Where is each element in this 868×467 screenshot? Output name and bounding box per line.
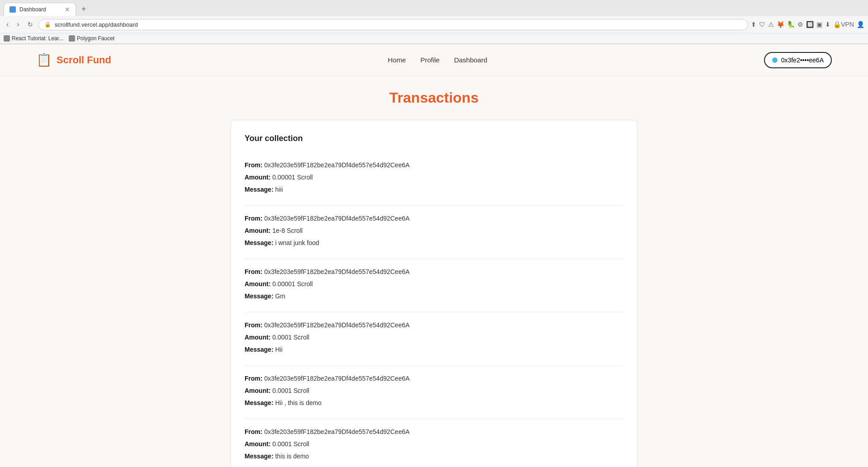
download-icon[interactable]: ⬇ xyxy=(825,21,830,28)
share-icon[interactable]: ⬆ xyxy=(751,21,756,28)
bookmarks-bar: React Tutorial: Lear... Polygon Faucet xyxy=(0,33,868,44)
collection-container: Your collection From: 0x3fe203e59fF182be… xyxy=(231,120,637,467)
tab-close-button[interactable]: ✕ xyxy=(65,6,70,13)
url-text: scrollfund.vercel.app/dashboard xyxy=(55,21,743,28)
collection-heading: Your collection xyxy=(245,134,623,143)
gear-icon[interactable]: ⚙ xyxy=(797,21,803,28)
tx-amount: Amount: 1e-8 Scroll xyxy=(245,226,623,236)
nav-links: Home Profile Dashboard xyxy=(388,56,487,64)
navbar: 📋 Scroll Fund Home Profile Dashboard 0x3… xyxy=(0,44,868,76)
tx-message: Message: hiii xyxy=(245,185,623,194)
back-button[interactable]: ‹ xyxy=(4,19,11,30)
nav-home[interactable]: Home xyxy=(388,56,406,64)
browser-chrome: Dashboard ✕ + ‹ › ↻ 🔒 scrollfund.vercel.… xyxy=(0,0,868,44)
bookmark-polygon-favicon xyxy=(69,35,75,42)
bookmark-polygon[interactable]: Polygon Faucet xyxy=(69,35,114,42)
new-tab-button[interactable]: + xyxy=(78,3,90,16)
address-bar[interactable]: 🔒 scrollfund.vercel.app/dashboard xyxy=(38,19,749,30)
bird-icon[interactable]: 🦜 xyxy=(787,21,795,28)
transaction-item: From: 0x3fe203e59fF182be2ea79Df4de557e54… xyxy=(245,206,623,259)
tx-amount: Amount: 0.00001 Scroll xyxy=(245,279,623,289)
tx-from: From: 0x3fe203e59fF182be2ea79Df4de557e54… xyxy=(245,267,623,277)
browser-toolbar: ‹ › ↻ 🔒 scrollfund.vercel.app/dashboard … xyxy=(0,16,868,33)
logo-text: Scroll Fund xyxy=(57,54,111,66)
tx-message: Message: Hii , this is demo xyxy=(245,398,623,408)
toolbar-icons: ⬆ 🛡 ⚠ 🦊 🦜 ⚙ 🔲 ▣ ⬇ 🔒VPN 👤 xyxy=(751,21,864,28)
active-tab[interactable]: Dashboard ✕ xyxy=(4,3,76,16)
transactions-list: From: 0x3fe203e59fF182be2ea79Df4de557e54… xyxy=(245,152,623,467)
ext-icon[interactable]: 🔲 xyxy=(806,21,814,28)
tx-message: Message: this is demo xyxy=(245,452,623,461)
logo-icon: 📋 xyxy=(36,52,52,67)
reload-button[interactable]: ↻ xyxy=(25,19,36,30)
transaction-item: From: 0x3fe203e59fF182be2ea79Df4de557e54… xyxy=(245,259,623,312)
transaction-item: From: 0x3fe203e59fF182be2ea79Df4de557e54… xyxy=(245,366,623,419)
tx-amount: Amount: 0.0001 Scroll xyxy=(245,386,623,396)
tx-amount: Amount: 0.00001 Scroll xyxy=(245,173,623,182)
nav-profile[interactable]: Profile xyxy=(420,56,440,64)
tx-amount: Amount: 0.0001 Scroll xyxy=(245,439,623,449)
tx-message: Message: Hii xyxy=(245,345,623,354)
tx-amount: Amount: 0.0001 Scroll xyxy=(245,333,623,342)
tab-bar: Dashboard ✕ + xyxy=(0,0,868,16)
tx-from: From: 0x3fe203e59fF182be2ea79Df4de557e54… xyxy=(245,321,623,330)
tx-message: Message: Gm xyxy=(245,292,623,301)
main-content: Transactions Your collection From: 0x3fe… xyxy=(0,76,868,467)
transaction-item: From: 0x3fe203e59fF182be2ea79Df4de557e54… xyxy=(245,419,623,467)
vpn-icon[interactable]: 🔒VPN xyxy=(833,21,854,28)
tx-message: Message: i wnat junk food xyxy=(245,238,623,248)
page-title: Transactions xyxy=(36,90,832,106)
transaction-item: From: 0x3fe203e59fF182be2ea79Df4de557e54… xyxy=(245,152,623,206)
wallet-address: 0x3fe2••••ee6A xyxy=(781,57,824,64)
shield-icon[interactable]: 🛡 xyxy=(759,21,765,28)
tab-title: Dashboard xyxy=(19,6,61,13)
warning-icon[interactable]: ⚠ xyxy=(768,21,774,28)
forward-button[interactable]: › xyxy=(14,19,22,30)
bookmark-polygon-label: Polygon Faucet xyxy=(77,35,114,42)
app: 📋 Scroll Fund Home Profile Dashboard 0x3… xyxy=(0,44,868,467)
bookmark-react[interactable]: React Tutorial: Lear... xyxy=(4,35,63,42)
lock-icon: 🔒 xyxy=(44,21,51,28)
tx-from: From: 0x3fe203e59fF182be2ea79Df4de557e54… xyxy=(245,427,623,437)
profile-icon[interactable]: 👤 xyxy=(857,21,864,28)
transaction-item: From: 0x3fe203e59fF182be2ea79Df4de557e54… xyxy=(245,312,623,366)
wallet-dot xyxy=(772,57,778,63)
sidebar-icon[interactable]: ▣ xyxy=(816,21,822,28)
tx-from: From: 0x3fe203e59fF182be2ea79Df4de557e54… xyxy=(245,374,623,383)
tab-favicon xyxy=(9,6,16,13)
logo: 📋 Scroll Fund xyxy=(36,52,111,67)
wallet-button[interactable]: 0x3fe2••••ee6A xyxy=(764,52,832,68)
fox-icon[interactable]: 🦊 xyxy=(777,21,784,28)
tx-from: From: 0x3fe203e59fF182be2ea79Df4de557e54… xyxy=(245,160,623,170)
bookmark-react-label: React Tutorial: Lear... xyxy=(12,35,63,42)
nav-dashboard[interactable]: Dashboard xyxy=(454,56,487,64)
tx-from: From: 0x3fe203e59fF182be2ea79Df4de557e54… xyxy=(245,214,623,223)
bookmark-favicon xyxy=(4,35,10,42)
